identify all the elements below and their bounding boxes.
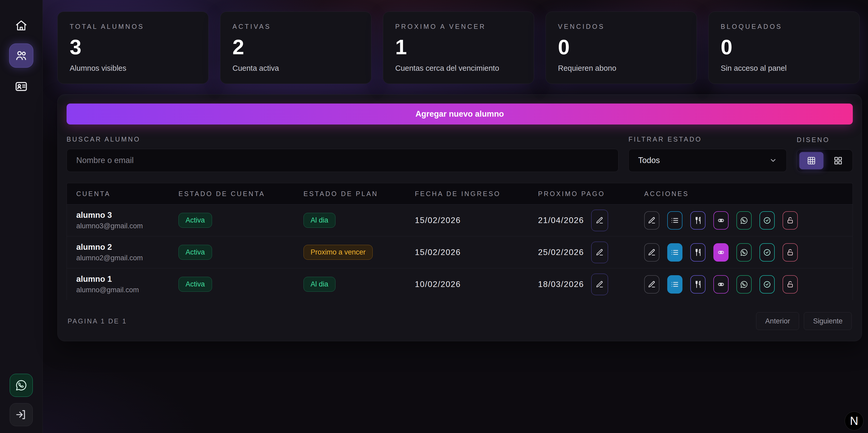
sidebar-item-planes[interactable]: [12, 77, 31, 96]
stat-label: ACTIVAS: [232, 23, 359, 30]
nextjs-dev-badge[interactable]: N: [845, 411, 864, 430]
table-row: alumno 2 alumno2@gmail.com Activa Proxim…: [67, 236, 852, 268]
estado-filter-select[interactable]: Todos: [628, 149, 787, 172]
lock-open-icon: [786, 216, 794, 224]
estado-plan-cell: Al dia: [294, 213, 405, 228]
stat-caption: Alumnos visibles: [70, 64, 196, 72]
action-buttons: [644, 211, 852, 229]
sidebar-whatsapp-button[interactable]: [10, 374, 33, 397]
stat-label: PROXIMO A VENCER: [395, 23, 522, 30]
abono-button[interactable]: [713, 243, 728, 261]
table-row: alumno 1 alumno@gmail.com Activa Al dia …: [67, 268, 852, 300]
stat-card-activas: ACTIVAS 2 Cuenta activa: [220, 11, 371, 84]
main-content: TOTAL ALUMNOS 3 Alumnos visibles ACTIVAS…: [43, 0, 868, 433]
estado-cuenta-cell: Activa: [169, 277, 294, 292]
design-label: DISENO: [797, 136, 853, 144]
next-page-button[interactable]: Siguiente: [804, 312, 852, 330]
acciones-cell: [635, 243, 852, 261]
sidebar-item-alumnos[interactable]: [9, 43, 33, 68]
nutrition-button[interactable]: [690, 275, 706, 293]
stat-value: 2: [232, 37, 359, 58]
check-circle-icon: [763, 248, 771, 256]
pill-icon: [717, 280, 725, 288]
cuenta-cell: alumno 1 alumno@gmail.com: [67, 274, 169, 294]
alumno-name: alumno 3: [76, 211, 169, 220]
sidebar-logout-button[interactable]: [10, 403, 33, 426]
abono-button[interactable]: [713, 211, 728, 229]
pagination: PAGINA 1 DE 1 Anterior Siguiente: [67, 300, 853, 333]
whatsapp-button[interactable]: [737, 275, 752, 293]
block-access-button[interactable]: [782, 211, 798, 229]
check-circle-icon: [763, 216, 771, 224]
whatsapp-button[interactable]: [737, 211, 752, 229]
users-icon: [14, 49, 28, 62]
routine-list-button[interactable]: [667, 275, 682, 293]
account-status-badge: Activa: [179, 245, 212, 260]
edit-date-button[interactable]: [591, 242, 608, 263]
column-header-acciones: ACCIONES: [635, 190, 852, 197]
edit-alumno-button[interactable]: [644, 211, 659, 229]
confirm-payment-button[interactable]: [760, 211, 775, 229]
app-root: TOTAL ALUMNOS 3 Alumnos visibles ACTIVAS…: [0, 0, 868, 433]
list-icon: [671, 216, 679, 224]
stat-label: BLOQUEADOS: [721, 23, 847, 30]
edit-date-button[interactable]: [591, 274, 608, 295]
alumno-email: alumno2@gmail.com: [76, 254, 169, 262]
alumno-email: alumno@gmail.com: [76, 286, 169, 294]
pagination-info: PAGINA 1 DE 1: [68, 317, 127, 325]
whatsapp-icon: [15, 379, 27, 391]
edit-alumno-button[interactable]: [644, 243, 659, 261]
edit-icon: [648, 248, 656, 256]
edit-date-button[interactable]: [591, 210, 608, 231]
alumno-name: alumno 2: [76, 243, 169, 252]
search-group: BUSCAR ALUMNO: [67, 135, 619, 172]
nutrition-button[interactable]: [690, 243, 706, 261]
alumno-email: alumno3@gmail.com: [76, 222, 169, 230]
stat-caption: Cuentas cerca del vencimiento: [395, 64, 522, 72]
edit-alumno-button[interactable]: [644, 275, 659, 293]
edit-icon: [648, 280, 656, 288]
confirm-payment-button[interactable]: [760, 243, 775, 261]
sidebar-item-home[interactable]: [12, 16, 31, 35]
design-grid-view-button[interactable]: [826, 152, 850, 169]
abono-button[interactable]: [713, 275, 728, 293]
pagination-buttons: Anterior Siguiente: [756, 312, 852, 330]
proximo-pago-date: 21/04/2026: [538, 216, 584, 225]
block-access-button[interactable]: [782, 275, 798, 293]
pill-icon: [717, 216, 725, 224]
stat-label: VENCIDOS: [558, 23, 685, 30]
block-access-button[interactable]: [782, 243, 798, 261]
stat-value: 1: [395, 37, 522, 58]
list-icon: [671, 280, 679, 288]
home-icon: [15, 20, 28, 32]
nutrition-button[interactable]: [690, 211, 706, 229]
column-header-estado-de-plan: ESTADO DE PLAN: [294, 190, 405, 197]
design-table-view-button[interactable]: [799, 152, 824, 169]
routine-list-button[interactable]: [667, 211, 682, 229]
lock-open-icon: [786, 248, 794, 256]
column-header-fecha-de-ingreso: FECHA DE INGRESO: [405, 190, 529, 197]
plan-status-badge: Al dia: [304, 277, 336, 292]
stat-card-total-alumnos: TOTAL ALUMNOS 3 Alumnos visibles: [57, 11, 209, 84]
action-buttons: [644, 275, 852, 293]
chevron-down-icon: [769, 156, 777, 164]
lock-open-icon: [786, 280, 794, 288]
acciones-cell: [635, 275, 852, 293]
proximo-pago-cell: 21/04/2026: [529, 210, 635, 231]
sidebar-bottom: [10, 374, 33, 426]
estado-plan-cell: Al dia: [294, 277, 405, 292]
search-input[interactable]: [67, 149, 619, 172]
fecha-ingreso-cell: 15/02/2026: [405, 216, 529, 225]
proximo-pago-cell: 25/02/2026: [529, 242, 635, 263]
previous-page-button[interactable]: Anterior: [756, 312, 799, 330]
add-alumno-button[interactable]: Agregar nuevo alumno: [67, 103, 853, 124]
stat-value: 0: [558, 37, 685, 58]
confirm-payment-button[interactable]: [760, 275, 775, 293]
design-toggle: [797, 149, 853, 172]
proximo-pago-date: 25/02/2026: [538, 248, 584, 257]
account-status-badge: Activa: [179, 277, 212, 292]
estado-cuenta-cell: Activa: [169, 213, 294, 228]
whatsapp-button[interactable]: [737, 243, 752, 261]
stat-caption: Requieren abono: [558, 64, 685, 72]
routine-list-button[interactable]: [667, 243, 682, 261]
